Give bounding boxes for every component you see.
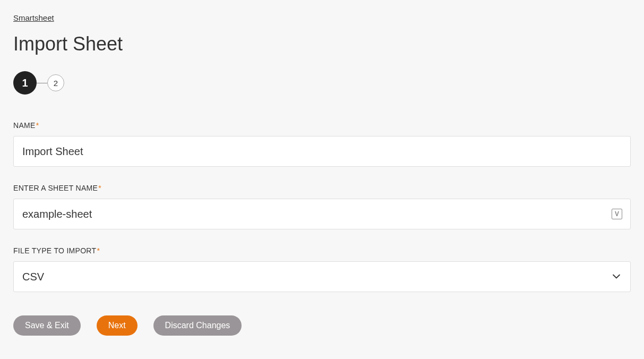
step-2: 2 [47,74,64,91]
variable-icon[interactable]: V [612,209,622,219]
discard-changes-button[interactable]: Discard Changes [153,315,242,336]
step-1: 1 [13,71,37,95]
sheet-name-input[interactable] [13,199,631,229]
page-title: Import Sheet [13,33,631,55]
save-exit-button[interactable]: Save & Exit [13,315,81,336]
step-connector [37,83,47,83]
required-indicator: * [36,121,39,130]
file-type-label: FILE TYPE TO IMPORT* [13,246,631,255]
name-input[interactable] [13,136,631,167]
file-type-select[interactable]: CSV [13,261,631,292]
name-label: NAME* [13,121,631,130]
breadcrumb-smartsheet[interactable]: Smartsheet [13,13,54,22]
required-indicator: * [98,184,101,192]
next-button[interactable]: Next [97,315,138,336]
required-indicator: * [97,246,100,255]
stepper: 1 2 [13,71,631,95]
sheet-name-label: ENTER A SHEET NAME* [13,184,631,192]
